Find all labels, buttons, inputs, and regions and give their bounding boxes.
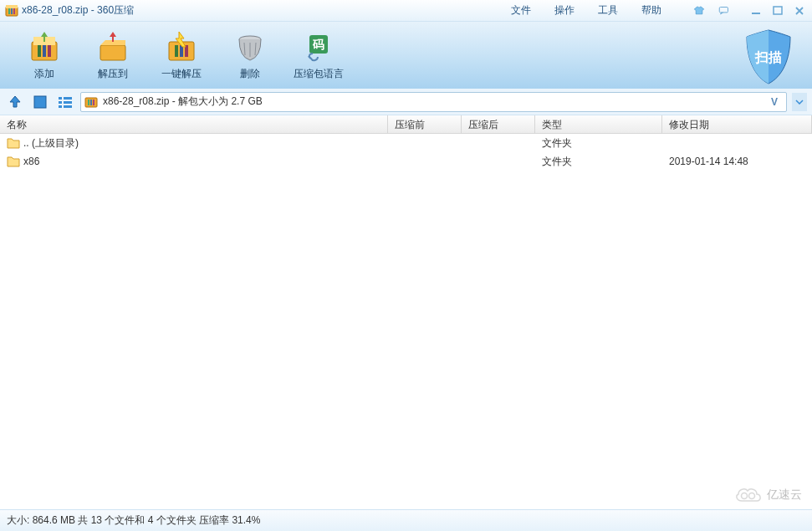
svg-rect-29 xyxy=(64,101,72,104)
col-date[interactable]: 修改日期 xyxy=(662,115,812,133)
file-date xyxy=(662,141,812,145)
svg-rect-15 xyxy=(175,45,178,57)
delete-icon xyxy=(232,30,268,64)
svg-rect-7 xyxy=(774,7,782,14)
menu-operation[interactable]: 操作 xyxy=(551,2,578,19)
minimize-button[interactable] xyxy=(747,4,765,18)
file-name: x86 xyxy=(23,156,39,167)
file-before xyxy=(388,141,462,145)
archive-icon xyxy=(84,95,98,109)
one-click-extract-icon xyxy=(164,30,199,64)
file-type: 文件夹 xyxy=(535,135,662,152)
svg-rect-11 xyxy=(43,45,46,57)
view-list-button[interactable] xyxy=(55,93,75,111)
pathbar-v-button[interactable]: V xyxy=(766,96,783,108)
pathbar-text: x86-28_r08.zip - 解包大小为 2.7 GB xyxy=(103,94,761,109)
zip-language-button[interactable]: 码 压缩包语言 xyxy=(284,23,353,87)
file-before xyxy=(388,160,462,163)
menu-tools[interactable]: 工具 xyxy=(595,2,621,19)
svg-point-36 xyxy=(742,493,748,499)
watermark: 亿速云 xyxy=(733,486,802,504)
close-button[interactable] xyxy=(790,4,809,18)
svg-rect-1 xyxy=(6,5,18,8)
cloud-icon xyxy=(733,486,763,504)
one-click-extract-button[interactable]: 一键解压 xyxy=(147,23,216,87)
folder-icon xyxy=(7,137,20,149)
feedback-button[interactable] xyxy=(715,4,733,18)
list-item[interactable]: .. (上级目录) 文件夹 xyxy=(0,134,812,152)
svg-rect-26 xyxy=(59,97,62,100)
titlebar: x86-28_r08.zip - 360压缩 文件 操作 工具 帮助 xyxy=(0,0,812,22)
svg-rect-28 xyxy=(59,101,62,104)
extract-to-icon xyxy=(95,30,130,64)
file-after xyxy=(462,160,535,163)
extract-to-label: 解压到 xyxy=(98,67,128,81)
delete-button[interactable]: 删除 xyxy=(216,23,284,87)
svg-point-37 xyxy=(749,493,755,499)
menu-file[interactable]: 文件 xyxy=(508,2,534,19)
scan-button[interactable]: 扫描 xyxy=(738,27,799,87)
app-icon xyxy=(5,4,18,18)
menubar: 文件 操作 工具 帮助 xyxy=(508,2,665,19)
col-before[interactable]: 压缩前 xyxy=(388,115,462,133)
zip-language-icon: 码 xyxy=(301,30,336,64)
svg-rect-27 xyxy=(64,97,72,100)
add-label: 添加 xyxy=(34,67,54,81)
svg-rect-2 xyxy=(8,8,10,14)
svg-rect-34 xyxy=(90,100,92,105)
svg-rect-35 xyxy=(93,100,94,105)
skin-button[interactable] xyxy=(690,4,708,18)
col-name[interactable]: 名称 xyxy=(0,115,388,133)
up-button[interactable] xyxy=(5,93,25,111)
file-list: .. (上级目录) 文件夹 x86 文件夹 2019-01-14 14:48 xyxy=(0,134,812,171)
svg-rect-3 xyxy=(11,8,13,14)
svg-rect-33 xyxy=(88,100,89,105)
zip-language-label: 压缩包语言 xyxy=(294,67,344,81)
add-icon xyxy=(27,30,62,64)
file-name: .. (上级目录) xyxy=(23,136,79,151)
svg-rect-5 xyxy=(719,7,728,12)
folder-icon xyxy=(7,156,20,167)
file-after xyxy=(462,141,535,145)
svg-rect-31 xyxy=(64,105,72,108)
column-headers: 名称 压缩前 压缩后 类型 修改日期 xyxy=(0,115,812,134)
statusbar: 大小: 864.6 MB 共 13 个文件和 4 个文件夹 压缩率 31.4% xyxy=(0,509,812,531)
status-text: 大小: 864.6 MB 共 13 个文件和 4 个文件夹 压缩率 31.4% xyxy=(7,513,260,528)
maximize-button[interactable] xyxy=(769,4,787,18)
view-large-button[interactable] xyxy=(30,93,50,111)
list-item[interactable]: x86 文件夹 2019-01-14 14:48 xyxy=(0,152,812,171)
svg-text:扫描: 扫描 xyxy=(754,50,782,64)
navbar: x86-28_r08.zip - 解包大小为 2.7 GB V xyxy=(0,89,812,115)
toolbar: 添加 解压到 一键解压 删除 码 压缩包语言 扫描 xyxy=(0,22,812,89)
watermark-text: 亿速云 xyxy=(767,488,802,503)
file-type: 文件夹 xyxy=(535,153,662,171)
one-click-extract-label: 一键解压 xyxy=(161,67,202,81)
svg-text:码: 码 xyxy=(312,38,324,51)
pathbar[interactable]: x86-28_r08.zip - 解包大小为 2.7 GB V xyxy=(80,92,787,112)
svg-rect-25 xyxy=(34,96,46,108)
file-date: 2019-01-14 14:48 xyxy=(662,154,812,169)
svg-rect-30 xyxy=(59,105,62,108)
window-title: x86-28_r08.zip - 360压缩 xyxy=(22,3,134,18)
col-after[interactable]: 压缩后 xyxy=(462,115,535,133)
delete-label: 删除 xyxy=(240,67,260,81)
pathbar-dropdown[interactable] xyxy=(792,93,807,111)
svg-rect-12 xyxy=(48,45,51,57)
extract-to-button[interactable]: 解压到 xyxy=(79,23,147,87)
svg-rect-13 xyxy=(100,45,125,60)
svg-rect-4 xyxy=(13,8,15,14)
col-type[interactable]: 类型 xyxy=(535,115,662,133)
svg-rect-6 xyxy=(752,13,760,14)
menu-help[interactable]: 帮助 xyxy=(638,2,665,19)
add-button[interactable]: 添加 xyxy=(10,23,79,87)
svg-rect-10 xyxy=(38,45,41,57)
